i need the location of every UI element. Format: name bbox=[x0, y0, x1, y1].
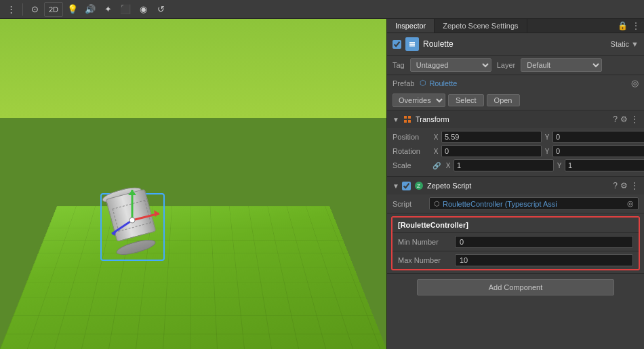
prefab-section: Prefab ⬡ Roulette ◎ Overrides Select Ope… bbox=[387, 75, 644, 110]
max-number-label: Max Number bbox=[398, 256, 452, 264]
svg-rect-11 bbox=[404, 116, 407, 119]
cylinder-wrapper bbox=[102, 188, 162, 252]
scene-view[interactable] bbox=[0, 19, 386, 349]
object-active-checkbox[interactable] bbox=[393, 40, 401, 49]
zepeto-settings-icon[interactable]: ⚙ bbox=[620, 181, 628, 190]
svg-rect-14 bbox=[408, 120, 411, 123]
tab-inspector[interactable]: Inspector bbox=[387, 19, 435, 33]
toolbar-view-btn[interactable]: ⬛ bbox=[117, 2, 134, 17]
object-header: Static ▼ bbox=[387, 33, 644, 56]
prefab-label: Prefab bbox=[393, 79, 414, 87]
add-component-row: Add Component bbox=[387, 274, 644, 301]
transform-actions: ? ⚙ ⋮ bbox=[613, 115, 639, 124]
scale-label: Scale bbox=[393, 161, 430, 169]
prefab-close-icon[interactable]: ◎ bbox=[631, 78, 639, 88]
layer-select[interactable]: Default bbox=[521, 58, 602, 72]
transform-fields: Position X Y Z Rotation X bbox=[387, 128, 644, 176]
add-component-button[interactable]: Add Component bbox=[417, 279, 613, 295]
toolbar-effects-btn[interactable]: ✦ bbox=[100, 2, 116, 17]
scene-ground bbox=[0, 206, 386, 349]
position-y-label: Y bbox=[544, 134, 550, 141]
zepeto-help-icon[interactable]: ? bbox=[613, 181, 618, 190]
svg-text:Z: Z bbox=[417, 183, 420, 189]
roulette-title: [RouletteController] bbox=[398, 221, 468, 229]
transform-title: Transform bbox=[416, 115, 610, 123]
toolbar-perspective-btn[interactable]: ⊙ bbox=[26, 2, 43, 17]
rotation-axis: X Y Z bbox=[432, 145, 644, 157]
position-axis: X Y Z bbox=[432, 131, 644, 143]
position-x-label: X bbox=[432, 134, 439, 141]
zepeto-toggle-icon: ▼ bbox=[393, 182, 399, 190]
roulette-controller-section: [RouletteController] Min Number Max Numb… bbox=[391, 216, 640, 270]
scene-sky bbox=[0, 19, 386, 118]
script-value[interactable]: ⬡ RouletteController (Typescript Assi ◎ bbox=[429, 197, 639, 210]
top-toolbar: ⋮ ⊙ 2D 💡 🔊 ✦ ⬛ ◉ ↺ bbox=[0, 0, 644, 19]
scale-y-label: Y bbox=[556, 162, 563, 169]
overrides-select[interactable]: Overrides bbox=[393, 94, 445, 107]
transform-more-icon[interactable]: ⋮ bbox=[630, 115, 639, 124]
scale-axis: X Y Z bbox=[445, 159, 644, 171]
transform-icon bbox=[402, 114, 413, 125]
lock-icon[interactable]: 🔒 bbox=[618, 21, 628, 30]
select-button[interactable]: Select bbox=[448, 94, 484, 106]
inspector-panel: Inspector Zepeto Scene Settings 🔒 ⋮ Stat… bbox=[386, 19, 644, 349]
script-value-circle: ◎ bbox=[627, 199, 634, 208]
rotation-x-input[interactable] bbox=[441, 145, 542, 157]
svg-rect-12 bbox=[408, 116, 411, 119]
tab-scene-settings[interactable]: Zepeto Scene Settings bbox=[435, 19, 527, 33]
scale-x-label: X bbox=[445, 162, 451, 169]
prefab-icon-small: ⬡ bbox=[420, 79, 426, 87]
inspector-tab-icons: 🔒 ⋮ bbox=[613, 19, 644, 33]
object-name-input[interactable] bbox=[423, 39, 607, 49]
tag-label: Tag bbox=[393, 61, 405, 69]
transform-settings-icon[interactable]: ⚙ bbox=[620, 115, 628, 124]
position-y-input[interactable] bbox=[552, 131, 644, 143]
toolbar-extra-btn[interactable]: ↺ bbox=[153, 2, 169, 17]
position-row: Position X Y Z bbox=[393, 131, 639, 143]
static-badge: Static ▼ bbox=[611, 40, 639, 48]
tag-layer-row: Tag Untagged Layer Default bbox=[387, 56, 644, 75]
roulette-header: [RouletteController] bbox=[393, 218, 639, 232]
open-button[interactable]: Open bbox=[487, 94, 520, 106]
toolbar-more-btn[interactable]: ⋮ bbox=[3, 2, 19, 17]
script-value-text: RouletteController (Typescript Assi bbox=[443, 200, 557, 208]
toolbar-gizmo-btn[interactable]: ◉ bbox=[135, 2, 151, 17]
scale-row: Scale 🔗 X Y Z bbox=[393, 159, 639, 171]
script-value-icon: ⬡ bbox=[434, 200, 440, 207]
static-dropdown-icon[interactable]: ▼ bbox=[631, 40, 639, 48]
transform-header[interactable]: ▼ Transform ? ⚙ ⋮ bbox=[387, 110, 644, 128]
script-row: Script ⬡ RouletteController (Typescript … bbox=[387, 194, 644, 213]
transform-help-icon[interactable]: ? bbox=[613, 115, 618, 124]
zepeto-script-active-checkbox[interactable] bbox=[402, 182, 411, 190]
zepeto-script-actions: ? ⚙ ⋮ bbox=[613, 181, 639, 190]
max-number-input[interactable] bbox=[455, 254, 633, 266]
svg-rect-10 bbox=[409, 45, 415, 47]
svg-rect-13 bbox=[404, 120, 407, 123]
transform-component: ▼ Transform ? ⚙ ⋮ Position X bbox=[387, 110, 644, 177]
toolbar-audio-btn[interactable]: 🔊 bbox=[82, 2, 98, 17]
scene-object[interactable] bbox=[108, 193, 163, 254]
scale-y-input[interactable] bbox=[565, 159, 644, 171]
rotation-y-input[interactable] bbox=[552, 145, 644, 157]
tab-inspector-label: Inspector bbox=[395, 22, 426, 30]
cylinder-body bbox=[106, 189, 157, 242]
rotation-label: Rotation bbox=[393, 147, 430, 155]
min-number-label: Min Number bbox=[398, 238, 452, 246]
toolbar-light-btn[interactable]: 💡 bbox=[64, 2, 81, 17]
min-number-input[interactable] bbox=[455, 236, 633, 248]
position-x-input[interactable] bbox=[441, 131, 542, 143]
position-label: Position bbox=[393, 133, 430, 141]
toolbar-2d-btn[interactable]: 2D bbox=[44, 2, 63, 17]
script-label: Script bbox=[393, 200, 426, 208]
zepeto-more-icon[interactable]: ⋮ bbox=[630, 181, 639, 190]
rotation-row: Rotation X Y Z bbox=[393, 145, 639, 157]
transform-toggle-icon: ▼ bbox=[393, 116, 399, 123]
static-label: Static bbox=[611, 40, 630, 48]
prefab-link[interactable]: Roulette bbox=[429, 79, 457, 87]
zepeto-script-header[interactable]: ▼ Z Zepeto Script ? ⚙ ⋮ bbox=[387, 177, 644, 194]
rotation-x-label: X bbox=[432, 148, 439, 155]
inspector-more-icon[interactable]: ⋮ bbox=[632, 21, 640, 30]
scale-x-input[interactable] bbox=[454, 159, 554, 171]
layer-label: Layer bbox=[497, 61, 516, 69]
tag-select[interactable]: Untagged bbox=[410, 58, 491, 72]
